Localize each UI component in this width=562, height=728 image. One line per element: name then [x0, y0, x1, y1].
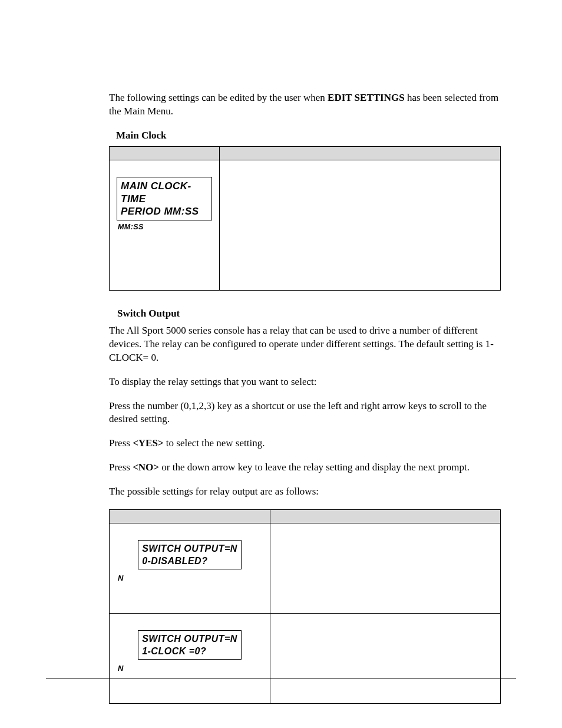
main-clock-td-right — [220, 160, 501, 290]
switch-output-th-left — [110, 510, 270, 523]
switch-output-row0-l2: 0-DISABLED? — [142, 556, 207, 566]
switch-output-p5: Press <NO> or the down arrow key to leav… — [109, 461, 501, 475]
main-clock-cell-pad: MAIN CLOCK-TIME PERIOD MM:SS MM:SS — [110, 160, 219, 290]
main-clock-lcd-line2: PERIOD MM:SS — [121, 206, 199, 217]
switch-output-row1-l2: 1-CLOCK =0? — [142, 646, 206, 656]
main-clock-table: MAIN CLOCK-TIME PERIOD MM:SS MM:SS — [109, 146, 501, 291]
switch-output-row0-right-text — [270, 523, 500, 613]
switch-output-row1-n: N — [118, 663, 263, 674]
switch-output-p3: Press the number (0,1,2,3) key as a shor… — [109, 400, 501, 427]
switch-output-p1: The All Sport 5000 series console has a … — [109, 324, 501, 365]
intro-paragraph: The following settings can be edited by … — [109, 91, 501, 118]
switch-output-row0-n: N — [118, 573, 263, 584]
content-column: The following settings can be edited by … — [109, 91, 501, 720]
switch-output-p5a: Press — [109, 462, 133, 473]
switch-output-row0-left: SWITCH OUTPUT=N 0-DISABLED? N — [110, 523, 270, 614]
intro-prefix: The following settings can be edited by … — [109, 92, 328, 103]
switch-output-yes: <YES> — [133, 437, 163, 449]
table-row: SWITCH OUTPUT=N 0-DISABLED? N — [110, 523, 501, 614]
switch-output-row1-lcd: SWITCH OUTPUT=N 1-CLOCK =0? — [138, 630, 242, 660]
footer-rule — [46, 678, 516, 678]
switch-output-p4: Press <YES> to select the new setting. — [109, 437, 501, 450]
main-clock-lcd: MAIN CLOCK-TIME PERIOD MM:SS — [117, 177, 212, 220]
main-clock-td-left: MAIN CLOCK-TIME PERIOD MM:SS MM:SS — [110, 160, 220, 290]
switch-output-row0-pad: SWITCH OUTPUT=N 0-DISABLED? N — [110, 523, 270, 613]
switch-output-row1-pad: SWITCH OUTPUT=N 1-CLOCK =0? N — [110, 614, 270, 703]
table-row: SWITCH OUTPUT=N 1-CLOCK =0? N — [110, 614, 501, 704]
switch-output-p5b: or the down arrow key to leave the relay… — [159, 462, 470, 473]
switch-output-row1-right — [270, 614, 501, 704]
main-clock-th-left — [110, 146, 220, 160]
switch-output-p2: To display the relay settings that you w… — [109, 375, 501, 389]
switch-output-heading: Switch Output — [117, 307, 501, 321]
switch-output-row1-right-text — [270, 614, 500, 703]
page: The following settings can be edited by … — [0, 0, 562, 728]
switch-output-no: <NO> — [133, 462, 159, 473]
intro-bold: EDIT SETTINGS — [328, 92, 405, 103]
switch-output-table: SWITCH OUTPUT=N 0-DISABLED? N — [109, 509, 501, 704]
switch-output-p4a: Press — [109, 437, 133, 449]
switch-output-p6: The possible settings for relay output a… — [109, 485, 501, 499]
main-clock-th-right — [220, 146, 501, 160]
switch-output-row0-right — [270, 523, 501, 614]
main-clock-sublabel: MM:SS — [118, 222, 212, 232]
switch-output-p4b: to select the new setting. — [164, 437, 265, 449]
main-clock-lcd-line1: MAIN CLOCK-TIME — [121, 180, 191, 205]
switch-output-row0-l1: SWITCH OUTPUT=N — [142, 543, 237, 554]
switch-output-row1-left: SWITCH OUTPUT=N 1-CLOCK =0? N — [110, 614, 270, 704]
switch-output-row1-l1: SWITCH OUTPUT=N — [142, 634, 237, 644]
switch-output-th-right — [270, 510, 501, 523]
main-clock-right-text — [220, 160, 500, 290]
switch-output-row0-lcd: SWITCH OUTPUT=N 0-DISABLED? — [138, 540, 242, 569]
main-clock-heading: Main Clock — [116, 129, 501, 143]
